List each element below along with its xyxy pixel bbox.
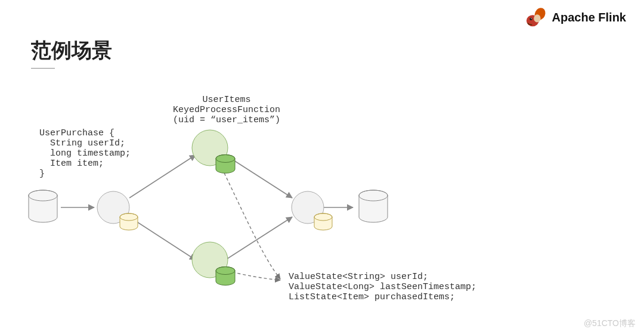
- watermark-text: @51CTO博客: [584, 318, 636, 329]
- state-db-icon: [216, 267, 235, 286]
- state-db-icon: [216, 155, 235, 173]
- state-db-small-icon: [120, 213, 138, 230]
- svg-line-9: [225, 217, 292, 260]
- operator-keyby-node: [97, 191, 138, 230]
- user-items-operator-top: [192, 130, 235, 173]
- state-db-small-icon: [314, 213, 332, 230]
- operator-merge-node: [292, 191, 332, 230]
- svg-point-4: [531, 18, 532, 20]
- source-cylinder-icon: [29, 190, 57, 222]
- svg-point-2: [534, 14, 540, 22]
- brand-name: Apache Flink: [552, 11, 626, 24]
- pipeline-diagram: [18, 77, 471, 316]
- user-items-operator-bottom: [192, 242, 235, 286]
- page-title: 范例场景: [31, 37, 112, 64]
- sink-cylinder-icon: [359, 190, 388, 222]
- brand-block: Apache Flink: [525, 6, 626, 29]
- flink-squirrel-icon: [525, 6, 547, 29]
- svg-point-3: [530, 18, 532, 20]
- svg-line-8: [225, 155, 292, 198]
- svg-line-6: [129, 155, 196, 198]
- title-underline: [31, 68, 55, 69]
- svg-line-7: [129, 217, 196, 260]
